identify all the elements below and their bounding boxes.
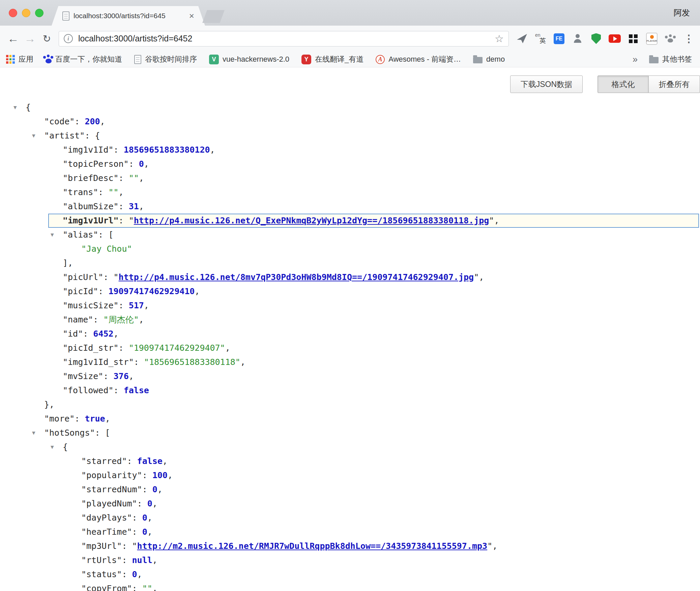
- json-punctuation: :: [83, 329, 93, 339]
- bookmarks-overflow-chevron[interactable]: »: [633, 54, 638, 65]
- minimize-window-button[interactable]: [22, 9, 30, 17]
- baidu-paw-icon: [46, 59, 52, 63]
- json-boolean: false: [124, 385, 149, 395]
- collapse-arrow-icon[interactable]: ▼: [32, 129, 35, 143]
- json-punctuation: ,: [147, 527, 152, 537]
- json-line: "more": true,: [0, 412, 700, 426]
- json-link[interactable]: http://p4.music.126.net/Q_ExePNkmqB2yWyL…: [134, 216, 489, 225]
- translate-extension-button[interactable]: en 英: [534, 31, 547, 47]
- json-key: "name": [63, 315, 93, 324]
- bookmark-google-sort[interactable]: 谷歌按时间排序: [134, 54, 197, 64]
- json-number: 0: [142, 527, 147, 537]
- collapse-arrow-icon[interactable]: ▼: [51, 228, 54, 242]
- json-punctuation: ,: [152, 499, 157, 508]
- site-info-icon[interactable]: i: [64, 34, 73, 43]
- reload-button[interactable]: ↻: [38, 30, 55, 47]
- json-key: "status": [81, 569, 122, 579]
- json-number: 0: [142, 513, 147, 523]
- bookmark-star-icon[interactable]: ☆: [495, 33, 504, 44]
- browser-tab[interactable]: localhost:3000/artists?id=645 ×: [52, 6, 205, 26]
- json-punctuation: ,: [137, 569, 142, 579]
- json-key: "albumSize": [63, 201, 119, 211]
- fehelper-extension-button[interactable]: FE: [553, 31, 565, 47]
- bookmark-youdao-translate[interactable]: Y 在线翻译_有道: [301, 54, 363, 64]
- json-line: "hearTime": 0,: [0, 525, 700, 539]
- json-punctuation: : [: [95, 428, 110, 438]
- json-line: "starredNum": 0,: [0, 483, 700, 497]
- json-line: ▼{: [0, 440, 700, 454]
- json-string: "": [108, 187, 118, 197]
- collapse-arrow-icon[interactable]: ▼: [32, 426, 35, 440]
- json-line: "img1v1Id": 18569651883380120,: [0, 143, 700, 157]
- collapse-all-button[interactable]: 折叠所有: [649, 75, 700, 93]
- format-button[interactable]: 格式化: [597, 75, 649, 93]
- apps-grid-icon: [6, 55, 15, 64]
- back-button[interactable]: ←: [5, 30, 22, 47]
- json-line: "img1v1Id_str": "18569651883380118",: [0, 355, 700, 369]
- json-string: "": [129, 173, 139, 183]
- json-punctuation: :: [134, 357, 144, 367]
- profile-name[interactable]: 阿发: [674, 7, 700, 18]
- json-line: "starred": false,: [0, 454, 700, 468]
- bookmark-apps[interactable]: 应用: [6, 54, 33, 64]
- window-controls: [9, 0, 43, 26]
- bookmark-label: 百度一下，你就知道: [55, 54, 122, 64]
- bookmark-awesomes[interactable]: A Awesomes - 前端资…: [376, 54, 461, 64]
- json-punctuation: ,: [157, 485, 163, 494]
- forward-button[interactable]: →: [22, 30, 38, 47]
- json-punctuation: :: [119, 173, 129, 183]
- json-viewer-controls: 下载JSON数据 格式化 折叠所有: [0, 75, 700, 93]
- folder-icon: [473, 57, 483, 63]
- json-key: "artist": [44, 131, 85, 141]
- json-punctuation: ,: [195, 286, 200, 296]
- url-text[interactable]: localhost:3000/artists?id=6452: [78, 34, 192, 43]
- qrcode-extension-button[interactable]: [627, 31, 640, 47]
- json-punctuation: : {: [85, 131, 100, 141]
- json-key: "id": [63, 329, 83, 339]
- json-line: "popularity": 100,: [0, 468, 700, 483]
- json-key: "musicSize": [63, 301, 119, 310]
- youtube-extension-button[interactable]: [608, 31, 621, 47]
- json-punctuation: :: [142, 470, 152, 480]
- json-number: 31: [129, 201, 139, 211]
- page-icon: [134, 55, 141, 64]
- json-punctuation: ,: [119, 187, 124, 197]
- tab-close-icon[interactable]: ×: [189, 11, 194, 21]
- json-punctuation: ",: [487, 541, 497, 551]
- json-line: "picId": 19097417462929410,: [0, 284, 700, 299]
- json-key: "dayPlays": [81, 513, 132, 523]
- chrome-menu-button[interactable]: ⋮: [682, 31, 695, 47]
- json-punctuation: ,: [139, 173, 144, 183]
- json-number: 18569651883380120: [124, 145, 210, 155]
- bookmark-baidu[interactable]: 百度一下，你就知道: [46, 54, 122, 64]
- json-punctuation: ,: [139, 201, 144, 211]
- profile-extension-button[interactable]: [571, 31, 584, 47]
- address-bar[interactable]: i localhost:3000/artists?id=6452 ☆: [59, 31, 509, 46]
- json-punctuation: ,: [144, 301, 149, 310]
- json-link[interactable]: http://p4.music.126.net/8mv7qP30Pd3oHW8b…: [119, 272, 474, 282]
- json-line: "followed": false: [0, 383, 700, 398]
- other-bookmarks-folder[interactable]: 其他书签: [649, 54, 692, 64]
- close-window-button[interactable]: [9, 9, 17, 17]
- tab-bar: localhost:3000/artists?id=645 × 阿发: [0, 0, 700, 26]
- bookmark-vue-hackernews[interactable]: V vue-hackernews-2.0: [209, 55, 289, 64]
- bookmark-label: vue-hackernews-2.0: [223, 55, 289, 64]
- shield-extension-button[interactable]: [590, 31, 603, 47]
- paw-extension-button[interactable]: [664, 31, 677, 47]
- json-punctuation: ,: [163, 456, 168, 466]
- player-extension-button[interactable]: PLAYER: [645, 31, 658, 47]
- json-link[interactable]: http://m2.music.126.net/RMJR7wDullRqppBk…: [137, 541, 488, 551]
- json-key: "trans": [63, 187, 98, 197]
- new-tab-button[interactable]: [202, 10, 225, 23]
- maximize-window-button[interactable]: [35, 9, 43, 17]
- bookmark-demo-folder[interactable]: demo: [473, 55, 505, 64]
- json-punctuation: ",: [489, 216, 499, 225]
- collapse-arrow-icon[interactable]: ▼: [13, 100, 17, 115]
- json-key: "topicPerson": [63, 159, 129, 169]
- json-key: "starred": [81, 456, 127, 466]
- json-line: "img1v1Url": "http://p4.music.126.net/Q_…: [0, 214, 700, 228]
- download-json-button[interactable]: 下载JSON数据: [510, 75, 583, 93]
- collapse-arrow-icon[interactable]: ▼: [51, 440, 54, 454]
- json-line: ▼"alias": [: [0, 228, 700, 242]
- proxy-extension-button[interactable]: [516, 31, 528, 47]
